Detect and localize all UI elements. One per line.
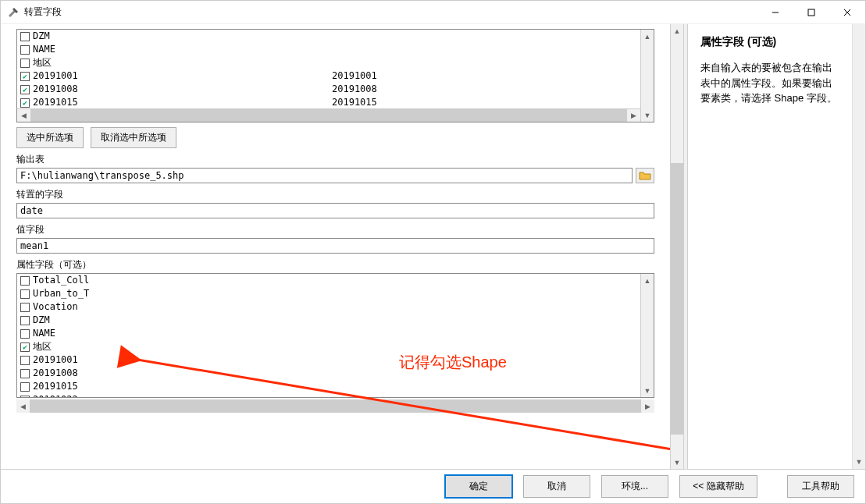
field-alias: [329, 56, 640, 69]
checkbox[interactable]: [20, 356, 30, 365]
form-hscroll[interactable]: ◀▶: [16, 399, 654, 413]
attr-list-vscroll[interactable]: ▲ ▼: [640, 274, 654, 397]
attr-name: Urban_to_T: [33, 287, 89, 300]
unselect-all-button[interactable]: 取消选中所选项: [91, 127, 176, 148]
attr-name: 20191008: [33, 367, 78, 380]
attr-row[interactable]: 20191022: [17, 393, 640, 397]
help-body: 来自输入表的要被包含在输出表中的属性字段。如果要输出要素类，请选择 Shape …: [700, 60, 839, 106]
output-table-label: 输出表: [16, 153, 654, 166]
attr-name: DZM: [33, 314, 50, 327]
field-alias: 20191008: [329, 83, 640, 96]
left-pane: DZMNAME地区2019100120191001201910082019100…: [1, 24, 670, 469]
attr-row[interactable]: NAME: [17, 327, 640, 340]
field-name: 20191015: [33, 96, 78, 108]
field-name: 20191001: [33, 69, 78, 83]
checkbox[interactable]: [20, 369, 30, 378]
value-field-input[interactable]: [16, 238, 654, 254]
window: 转置字段 DZMNAME地区20191001201910012019100820…: [0, 0, 866, 504]
attr-row[interactable]: 20191015: [17, 380, 640, 393]
minimize-button[interactable]: [757, 1, 793, 24]
checkbox[interactable]: [20, 289, 30, 299]
left-pane-vscroll[interactable]: ▲ ▼: [670, 24, 683, 469]
attr-row[interactable]: 地区: [17, 340, 640, 353]
window-title: 转置字段: [24, 5, 62, 19]
checkbox[interactable]: [20, 343, 30, 352]
attr-name: NAME: [33, 327, 55, 340]
ok-button[interactable]: 确定: [445, 475, 512, 498]
checkbox[interactable]: [20, 45, 30, 55]
field-row[interactable]: 2019100820191008: [17, 83, 640, 96]
checkbox[interactable]: [20, 59, 30, 68]
attr-row[interactable]: 20191001: [17, 353, 640, 367]
attr-name: 20191022: [33, 393, 78, 397]
browse-folder-button[interactable]: [636, 168, 654, 183]
attr-fields-list-wrap: Total_CollUrban_to_TVocationDZMNAME地区201…: [16, 273, 654, 398]
titlebar: 转置字段: [1, 1, 865, 24]
help-pane: 属性字段 (可选) 来自输入表的要被包含在输出表中的属性字段。如果要输出要素类，…: [688, 24, 852, 469]
checkbox[interactable]: [20, 316, 30, 325]
checkbox[interactable]: [20, 303, 30, 312]
field-name: 地区: [33, 56, 52, 69]
help-title: 属性字段 (可选): [700, 35, 839, 49]
field-name: 20191008: [33, 83, 78, 96]
attr-name: 20191001: [33, 353, 78, 367]
attr-row[interactable]: 20191008: [17, 367, 640, 380]
field-list-hscroll[interactable]: ◀▶: [17, 108, 640, 122]
attr-name: Total_Coll: [33, 274, 89, 287]
field-list[interactable]: DZMNAME地区2019100120191001201910082019100…: [17, 30, 640, 108]
checkbox[interactable]: [20, 329, 30, 339]
transpose-field-input[interactable]: [16, 203, 654, 218]
attr-field-label: 属性字段（可选）: [16, 258, 654, 272]
attr-name: 20191015: [33, 380, 78, 393]
field-row[interactable]: DZM: [17, 30, 640, 43]
svg-rect-1: [808, 9, 814, 16]
attr-row[interactable]: Vocation: [17, 300, 640, 314]
bottom-bar: 确定 取消 环境... << 隐藏帮助 工具帮助: [1, 469, 865, 503]
select-all-button[interactable]: 选中所选项: [16, 127, 84, 148]
folder-icon: [639, 170, 651, 181]
hammer-icon: [7, 6, 20, 19]
field-row[interactable]: 2019100120191001: [17, 69, 640, 83]
field-list-vscroll[interactable]: ▲ ▼: [640, 30, 654, 122]
field-name: DZM: [33, 30, 50, 43]
select-buttons-row: 选中所选项 取消选中所选项: [16, 127, 654, 148]
transpose-fields-list: DZMNAME地区2019100120191001201910082019100…: [16, 29, 654, 122]
content: DZMNAME地区2019100120191001201910082019100…: [1, 24, 865, 469]
form: DZMNAME地区2019100120191001201910082019100…: [1, 24, 670, 469]
cancel-button[interactable]: 取消: [523, 475, 590, 498]
close-button[interactable]: [829, 1, 865, 24]
field-alias: 20191001: [329, 69, 640, 83]
tool-help-button[interactable]: 工具帮助: [787, 475, 854, 498]
checkbox[interactable]: [20, 396, 30, 398]
field-alias: 20191015: [329, 96, 640, 108]
attr-name: 地区: [33, 340, 52, 353]
checkbox[interactable]: [20, 32, 30, 41]
field-name: NAME: [33, 43, 55, 56]
help-pane-vscroll[interactable]: ▼: [852, 24, 865, 469]
hide-help-button[interactable]: << 隐藏帮助: [679, 475, 757, 498]
maximize-button[interactable]: [793, 1, 829, 24]
checkbox[interactable]: [20, 98, 30, 108]
field-row[interactable]: 地区: [17, 56, 640, 69]
value-field-label: 值字段: [16, 223, 654, 236]
field-row[interactable]: 2019101520191015: [17, 96, 640, 108]
attr-row[interactable]: DZM: [17, 314, 640, 327]
attr-fields-list[interactable]: Total_CollUrban_to_TVocationDZMNAME地区201…: [17, 274, 640, 397]
checkbox[interactable]: [20, 72, 30, 81]
field-alias: [329, 30, 640, 43]
field-row[interactable]: NAME: [17, 43, 640, 56]
attr-row[interactable]: Total_Coll: [17, 274, 640, 287]
attr-row[interactable]: Urban_to_T: [17, 287, 640, 300]
attr-name: Vocation: [33, 300, 78, 314]
transpose-field-label: 转置的字段: [16, 188, 654, 201]
output-table-input[interactable]: [16, 168, 633, 183]
checkbox[interactable]: [20, 85, 30, 94]
environment-button[interactable]: 环境...: [601, 475, 668, 498]
checkbox[interactable]: [20, 276, 30, 286]
field-alias: [329, 43, 640, 56]
checkbox[interactable]: [20, 382, 30, 392]
